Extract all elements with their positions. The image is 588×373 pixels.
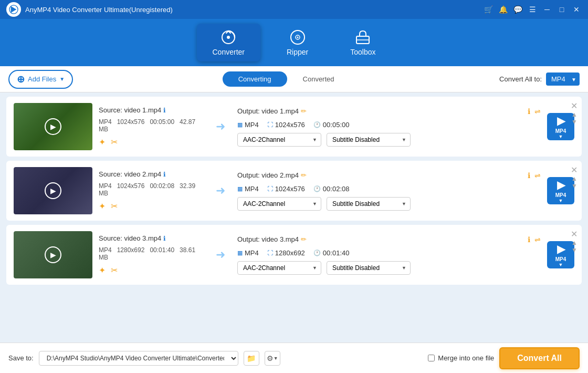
move-up-1[interactable]: ▲ — [571, 111, 578, 118]
adjust-icon-3[interactable]: ⇌ — [534, 235, 541, 244]
output-header-3: Output: video 3.mp4 ✏ ℹ ⇌ — [237, 235, 541, 244]
info-icon-1[interactable]: ℹ — [528, 107, 530, 116]
out-duration-1: 🕐 00:05:00 — [313, 121, 350, 129]
format-icon-2: ▦ — [237, 185, 243, 192]
close-file-1[interactable]: ✕ — [571, 101, 578, 111]
play-button-2[interactable]: ▶ — [45, 182, 61, 199]
star-icon-1[interactable]: ✦ — [99, 137, 106, 147]
audio-select-3[interactable]: AAC-2Channel — [237, 261, 321, 275]
badge-dropdown-2: ▼ — [559, 198, 563, 203]
info-icon-3[interactable]: ℹ — [528, 235, 530, 244]
move-down-2[interactable]: ▼ — [571, 183, 578, 189]
tab-converted[interactable]: Converted — [287, 71, 350, 87]
convert-all-to-label: Convert All to: — [499, 75, 542, 83]
out-format-3: ▦ MP4 — [237, 249, 259, 257]
star-icon-2[interactable]: ✦ — [99, 201, 106, 211]
gear-icon: ⚙ — [267, 354, 274, 362]
output-header-1: Output: video 1.mp4 ✏ ℹ ⇌ — [237, 107, 541, 116]
menu-icon[interactable]: ☰ — [527, 4, 538, 15]
edit-output-icon-2[interactable]: ✏ — [301, 171, 307, 179]
source-info-icon-2[interactable]: ℹ — [163, 171, 166, 178]
audio-select-2[interactable]: AAC-2Channel — [237, 197, 321, 211]
tab-converting[interactable]: Converting — [223, 71, 287, 87]
info-icon-2[interactable]: ℹ — [528, 171, 530, 180]
move-up-2[interactable]: ▲ — [571, 175, 578, 182]
audio-select-wrapper-3: AAC-2Channel — [237, 261, 321, 275]
adjust-icon-2[interactable]: ⇌ — [534, 171, 541, 180]
source-label-1: Source: video 1.mp4 ℹ — [99, 106, 204, 114]
close-file-2[interactable]: ✕ — [571, 165, 578, 175]
move-down-1[interactable]: ▼ — [571, 119, 578, 125]
file-card-2: ✕ ▲ ▼ ▶ Source: video 2.mp4 ℹ MP4 1024x5… — [6, 161, 582, 221]
save-path-select[interactable]: D:\AnyMP4 Studio\AnyMP4 Video Converter … — [39, 351, 238, 366]
settings-button[interactable]: ⚙ ▼ — [265, 351, 280, 366]
badge-icon-2: ▶ — [557, 179, 565, 191]
subtitle-select-1[interactable]: Subtitle Disabled — [327, 133, 411, 147]
output-controls-1: ℹ ⇌ — [528, 107, 541, 116]
cut-icon-2[interactable]: ✂ — [111, 201, 118, 211]
nav-toolbox[interactable]: Toolbox — [334, 24, 391, 61]
output-specs-3: ▦ MP4 ⛶ 1280x692 🕐 00:01:40 — [237, 249, 541, 257]
output-dropdowns-3: AAC-2Channel Subtitle Disabled — [237, 261, 541, 275]
adjust-icon-1[interactable]: ⇌ — [534, 107, 541, 116]
move-down-3[interactable]: ▼ — [571, 247, 578, 253]
minimize-icon[interactable]: ─ — [542, 4, 552, 15]
audio-select-1[interactable]: AAC-2Channel — [237, 133, 321, 147]
format-badge-2[interactable]: ▶ MP4 ▼ — [547, 177, 574, 204]
out-format-2: ▦ MP4 — [237, 185, 259, 193]
add-files-dropdown-icon: ▼ — [59, 76, 65, 82]
merge-checkbox-input[interactable] — [428, 355, 435, 361]
reorder-buttons-2: ▲ ▼ — [571, 175, 578, 189]
nav-converter[interactable]: Converter — [197, 24, 260, 61]
nav-ripper-label: Ripper — [287, 48, 308, 56]
maximize-icon[interactable]: □ — [556, 4, 567, 15]
edit-output-icon-3[interactable]: ✏ — [301, 235, 307, 243]
play-button-1[interactable]: ▶ — [45, 118, 61, 135]
thumbnail-3[interactable]: ▶ — [14, 231, 92, 278]
subtitle-select-2[interactable]: Subtitle Disabled — [327, 197, 411, 211]
titlebar: AnyMP4 Video Converter Ultimate(Unregist… — [0, 0, 588, 19]
folder-icon: 📁 — [247, 354, 256, 362]
close-file-3[interactable]: ✕ — [571, 229, 578, 239]
browse-folder-button[interactable]: 📁 — [244, 351, 259, 366]
nav-ripper[interactable]: Ripper — [271, 24, 324, 61]
chat-icon[interactable]: 💬 — [512, 4, 523, 15]
add-files-button[interactable]: ⊕ Add Files ▼ — [8, 70, 73, 89]
output-header-2: Output: video 2.mp4 ✏ ℹ ⇌ — [237, 171, 541, 180]
resolution-icon-1: ⛶ — [267, 121, 273, 128]
cut-icon-1[interactable]: ✂ — [111, 137, 118, 147]
source-label-2: Source: video 2.mp4 ℹ — [99, 170, 204, 178]
out-resolution-2: ⛶ 1024x576 — [267, 185, 305, 193]
cut-icon-3[interactable]: ✂ — [111, 265, 118, 275]
source-info-icon-3[interactable]: ℹ — [163, 235, 166, 242]
thumbnail-2[interactable]: ▶ — [14, 167, 92, 214]
convert-all-button[interactable]: Convert All — [499, 347, 580, 369]
format-badge-1[interactable]: ▶ MP4 ▼ — [547, 113, 574, 140]
bell-icon[interactable]: 🔔 — [498, 4, 508, 15]
format-badge-3[interactable]: ▶ MP4 ▼ — [547, 241, 574, 268]
move-up-3[interactable]: ▲ — [571, 240, 578, 246]
out-duration-3: 🕐 00:01:40 — [313, 249, 350, 257]
file-actions-1: ✦ ✂ — [99, 137, 204, 147]
edit-output-icon-1[interactable]: ✏ — [301, 107, 307, 115]
duration-icon-1: 🕐 — [313, 121, 321, 128]
thumbnail-1[interactable]: ▶ — [14, 103, 92, 150]
source-info-icon-1[interactable]: ℹ — [163, 107, 166, 114]
output-label-1: Output: video 1.mp4 ✏ — [237, 107, 307, 115]
close-icon[interactable]: ✕ — [571, 4, 582, 15]
badge-dropdown-3: ▼ — [559, 262, 563, 267]
star-icon-3[interactable]: ✦ — [99, 265, 106, 275]
app-title: AnyMP4 Video Converter Ultimate(Unregist… — [25, 6, 483, 14]
subtitle-select-3[interactable]: Subtitle Disabled — [327, 261, 411, 275]
cart-icon[interactable]: 🛒 — [483, 4, 494, 15]
format-select[interactable]: MP4 AVI MKV MOV — [546, 72, 580, 86]
navbar: Converter Ripper Toolbox — [0, 19, 588, 66]
arrow-col-3: ➜ — [210, 248, 231, 262]
add-icon: ⊕ — [17, 74, 25, 85]
audio-select-wrapper-1: AAC-2Channel — [237, 133, 321, 147]
output-dropdowns-1: AAC-2Channel Subtitle Disabled — [237, 133, 541, 147]
svg-marker-0 — [11, 6, 17, 13]
toolbar: ⊕ Add Files ▼ Converting Converted Conve… — [0, 66, 588, 92]
play-button-3[interactable]: ▶ — [45, 246, 61, 263]
merge-checkbox-label[interactable]: Merge into one file — [428, 354, 494, 362]
